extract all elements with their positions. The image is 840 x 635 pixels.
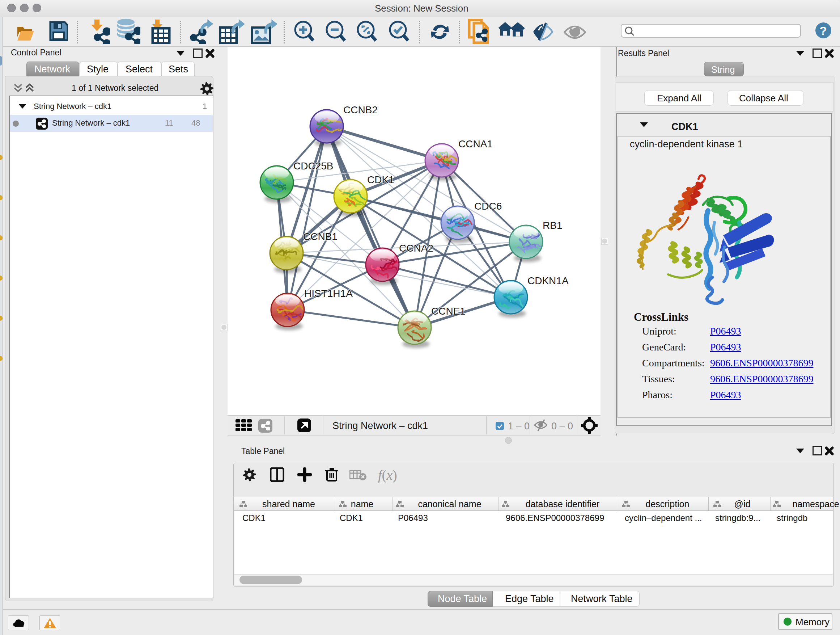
svg-text:CCNA2: CCNA2 [399,242,433,254]
svg-text:CCNB2: CCNB2 [343,104,378,116]
svg-text:HIST1H1A: HIST1H1A [304,288,353,299]
svg-text:CDC6: CDC6 [474,201,502,212]
svg-text:CDKN1A: CDKN1A [527,275,569,287]
svg-text:CCNB1: CCNB1 [303,231,338,242]
svg-text:CCNE1: CCNE1 [431,306,466,317]
svg-text:RB1: RB1 [543,220,562,231]
svg-text:CDC25B: CDC25B [294,160,333,172]
svg-text:CDK1: CDK1 [367,174,394,185]
svg-text:CCNA1: CCNA1 [458,138,493,149]
